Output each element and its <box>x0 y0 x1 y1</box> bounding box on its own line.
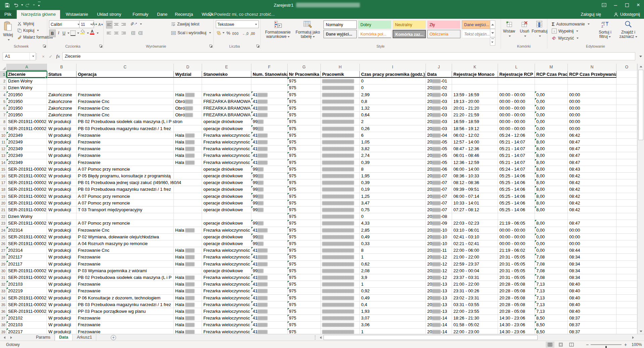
cell-E27[interactable]: Frezarka wieloczynnośc <box>202 247 251 254</box>
cell-N25[interactable]: 00:00 <box>568 234 616 240</box>
cell-A1[interactable]: Zlecenie <box>7 71 47 78</box>
cell-L5[interactable]: 00:00 - 00:00 <box>498 98 535 105</box>
cell-A5[interactable]: 201950 <box>7 98 47 105</box>
cell-O34[interactable] <box>616 295 637 301</box>
tab-narzędzia-główne[interactable]: Narzędzia główne <box>17 10 60 19</box>
autosum-dropdown-icon[interactable] <box>588 23 590 25</box>
cell-C19[interactable]: A 07 Pomoc przy remoncie <box>77 193 174 200</box>
cell-K16[interactable]: 08:36 - 10:33 <box>452 173 498 179</box>
cell-I36[interactable]: 1,93 <box>360 308 426 315</box>
cell-E35[interactable]: Frezarka wieloczynnośc <box>202 301 251 308</box>
cell-H33[interactable] <box>321 288 360 294</box>
sheet-tab-data[interactable]: Data <box>55 334 72 341</box>
cell-B22[interactable] <box>47 213 77 220</box>
cell-D26[interactable] <box>174 240 202 247</box>
cell-J9[interactable]: 20-03 <box>426 125 452 132</box>
cell-M31[interactable]: 7,08 <box>535 274 568 281</box>
cell-C6[interactable]: Frezowanie Cnc <box>77 105 174 112</box>
hscroll-right-icon[interactable] <box>630 334 636 341</box>
cell-B28[interactable]: W produkcji <box>47 254 77 260</box>
dialog-launcher-icon[interactable] <box>256 45 260 48</box>
cell-K26[interactable]: 02:21 - 02:41 <box>452 240 498 247</box>
cell-M34[interactable]: 7,13 <box>535 295 568 301</box>
cell-M15[interactable]: 8,00 <box>535 166 568 173</box>
cell-L26[interactable]: 00:00 - 00:00 <box>498 240 535 247</box>
row-header-36[interactable]: 36 <box>0 308 7 315</box>
column-header-N[interactable]: N <box>568 64 616 71</box>
view-page-layout-icon[interactable] <box>556 342 565 348</box>
column-header-O[interactable]: O <box>616 64 637 71</box>
cell-B31[interactable]: W produkcji <box>47 274 77 281</box>
cell-O14[interactable] <box>616 159 637 166</box>
cell-G26[interactable]: 975 <box>288 240 321 247</box>
zoom-out-button[interactable]: − <box>585 342 590 348</box>
cell-J16[interactable]: 20-07 <box>426 173 452 179</box>
cell-N28[interactable]: 08:34 <box>568 254 616 260</box>
cell-C11[interactable]: Frezowanie <box>77 139 174 146</box>
cell-E36[interactable]: Frezarka wieloczynnośc <box>202 308 251 315</box>
cell-E29[interactable]: Frezarka wieloczynnośc <box>202 261 251 268</box>
cell-E23[interactable]: operacje dniówkowe <box>202 220 251 227</box>
cell-N14[interactable]: 08:47 <box>568 159 616 166</box>
cell-C9[interactable]: PB 03 Przebudowa magazynku narzedzi / 1 … <box>77 125 174 132</box>
cell-H24[interactable] <box>321 227 360 234</box>
cell-D4[interactable]: Hala <box>174 92 202 98</box>
cell-O11[interactable] <box>616 139 637 146</box>
cell-C18[interactable]: PB 03 Przebudowa magazynku narzedzi / 1 … <box>77 186 174 193</box>
cell-E8[interactable]: operacje dniówkowe <box>202 118 251 125</box>
cell-L17[interactable]: 05:25 - 14:06 <box>498 179 535 186</box>
cell-C30[interactable]: P 03 Wymiana pojemnika z wiórami <box>77 268 174 274</box>
cell-I27[interactable]: 8 <box>360 247 426 254</box>
cell-E7[interactable]: FREZARKA BRAMOWA F <box>202 112 251 118</box>
cell-D32[interactable]: Hala <box>174 281 202 288</box>
cell-L1[interactable]: Rejestracje RCP <box>498 71 535 78</box>
row-header-2[interactable]: 2 <box>0 78 7 84</box>
cell-A18[interactable]: SER-201911-00002 <box>7 186 47 193</box>
cell-N16[interactable]: 08:42 <box>568 173 616 179</box>
cell-D15[interactable] <box>174 166 202 173</box>
number-format-select[interactable]: Tekstowe <box>216 20 259 28</box>
cell-N10[interactable]: 06:42 <box>568 132 616 139</box>
cell-J31[interactable]: 20-12 <box>426 274 452 281</box>
cell-L6[interactable]: 00:00 - 00:00 <box>498 105 535 112</box>
cell-H32[interactable] <box>321 281 360 288</box>
cell-I4[interactable]: 2,99 <box>360 92 426 98</box>
align-right-icon[interactable] <box>121 30 127 37</box>
cell-A38[interactable]: 202103 <box>7 322 47 328</box>
cell-K24[interactable]: 03:10 - 06:01 <box>452 227 498 234</box>
cell-K28[interactable]: 21:00 - 22:00 <box>452 254 498 260</box>
column-header-E[interactable]: E <box>202 64 251 71</box>
cell-H27[interactable] <box>321 247 360 254</box>
row-header-33[interactable]: 33 <box>0 288 7 294</box>
cell-M30[interactable]: 7,08 <box>535 268 568 274</box>
cell-O13[interactable] <box>616 152 637 159</box>
cell-O18[interactable] <box>616 186 637 193</box>
tab-dane[interactable]: Dane <box>153 10 172 19</box>
cell-H39[interactable] <box>321 329 360 334</box>
cell-F14[interactable]: 41 <box>251 159 288 166</box>
cell-D12[interactable]: Hala <box>174 146 202 152</box>
cell-M10[interactable]: 0,00 <box>535 132 568 139</box>
cell-H34[interactable] <box>321 295 360 301</box>
column-header-K[interactable]: K <box>452 64 498 71</box>
cell-I7[interactable]: 0,64 <box>360 112 426 118</box>
cell-M38[interactable]: 8,50 <box>535 322 568 328</box>
cell-F25[interactable]: 99 <box>251 234 288 240</box>
row-header-28[interactable]: 28 <box>0 254 7 260</box>
cell-J36[interactable]: 20-13 <box>426 308 452 315</box>
formula-bar-expand-icon[interactable] <box>637 49 644 64</box>
cell-N33[interactable]: 08:40 <box>568 288 616 294</box>
cell-M23[interactable]: 8,00 <box>535 220 568 227</box>
cell-K25[interactable]: 02:41 - 03:10 <box>452 234 498 240</box>
cell-N30[interactable]: 08:34 <box>568 268 616 274</box>
cell-D10[interactable]: Hala <box>174 132 202 139</box>
cell-D28[interactable]: Hala <box>174 254 202 260</box>
cell-F18[interactable]: 99 <box>251 186 288 193</box>
row-header-1[interactable]: 1 <box>0 71 7 78</box>
cell-F10[interactable]: 41 <box>251 132 288 139</box>
cell-F11[interactable]: 41 <box>251 139 288 146</box>
cell-I38[interactable]: 3,06 <box>360 322 426 328</box>
cell-B17[interactable]: W produkcji <box>47 179 77 186</box>
cell-M17[interactable]: 8,00 <box>535 179 568 186</box>
cell-N26[interactable]: 00:00 <box>568 240 616 247</box>
